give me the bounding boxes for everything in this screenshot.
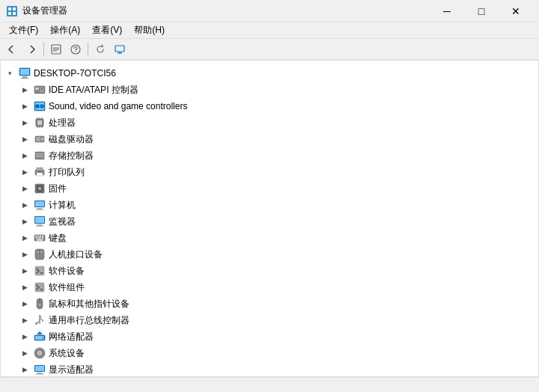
title-text: 设备管理器 [22, 4, 430, 17]
tree-item-usb[interactable]: ▶通用串行总线控制器 [1, 312, 538, 328]
svg-rect-58 [35, 236, 37, 237]
tree-item-hid[interactable]: ▶人机接口设备 [1, 246, 538, 263]
expand-icon-computer: ▶ [19, 199, 31, 211]
help-button[interactable] [67, 41, 85, 58]
svg-rect-59 [37, 236, 39, 237]
svg-rect-96 [36, 374, 43, 375]
svg-point-25 [36, 105, 40, 108]
tree-item-sysdev[interactable]: ▶系统设备 [1, 345, 538, 361]
svg-point-92 [39, 352, 40, 354]
expand-icon-print: ▶ [19, 166, 31, 178]
item-label-softcomp: 软件组件 [49, 281, 85, 294]
tree-item-keyboard[interactable]: ▶键盘 [1, 230, 538, 246]
svg-point-68 [37, 251, 40, 254]
menu-file[interactable]: 文件(F) [3, 22, 44, 38]
toolbar [0, 39, 539, 60]
svg-rect-17 [21, 78, 28, 79]
svg-rect-70 [35, 266, 44, 275]
tree-item-ide[interactable]: ▶IDE ATA/ATAPI 控制器 [1, 82, 538, 98]
item-label-hid: 人机接口设备 [49, 248, 103, 261]
item-label-cpu: 处理器 [49, 117, 76, 129]
svg-rect-60 [40, 236, 41, 237]
item-label-mouse: 鼠标和其他指针设备 [49, 298, 130, 310]
tree-item-softcomp[interactable]: ▶软件组件 [1, 279, 538, 295]
svg-rect-2 [13, 7, 16, 10]
root-label: DESKTOP-7OTCI56 [34, 68, 116, 79]
svg-rect-62 [36, 238, 37, 239]
item-icon-computer [33, 198, 46, 212]
minimize-button[interactable]: ─ [430, 0, 464, 22]
tree-item-network[interactable]: ▶网络适配器 [1, 328, 538, 345]
tree-item-print[interactable]: ▶打印队列 [1, 164, 538, 180]
menu-view[interactable]: 查看(V) [86, 22, 128, 38]
item-icon-ide [33, 83, 46, 97]
svg-rect-19 [35, 88, 39, 90]
item-label-softdev: 软件设备 [49, 265, 85, 278]
svg-rect-95 [37, 373, 42, 374]
tree-item-disk[interactable]: ▶磁盘驱动器 [1, 131, 538, 147]
tree-item-cpu[interactable]: ▶处理器 [1, 114, 538, 131]
close-button[interactable]: ✕ [499, 0, 533, 22]
expand-icon-hid: ▶ [19, 248, 31, 260]
item-icon-print [33, 165, 46, 179]
update-button[interactable] [91, 41, 109, 58]
item-label-disk: 磁盘驱动器 [49, 133, 94, 146]
item-icon-cpu [33, 116, 46, 129]
svg-rect-44 [37, 173, 43, 176]
forward-button[interactable] [22, 41, 40, 58]
svg-point-69 [40, 251, 43, 254]
expand-icon-keyboard: ▶ [19, 232, 31, 244]
tree-item-softdev[interactable]: ▶软件设备 [1, 263, 538, 279]
svg-rect-94 [35, 366, 44, 371]
svg-rect-51 [37, 208, 42, 209]
svg-rect-64 [42, 238, 43, 239]
tree-item-mouse[interactable]: ▶鼠标和其他指针设备 [1, 295, 538, 312]
tree-item-monitor[interactable]: ▶监视器 [1, 213, 538, 230]
expand-icon-network: ▶ [19, 331, 31, 343]
expand-icon-storage: ▶ [19, 150, 31, 162]
properties-button[interactable] [47, 41, 65, 58]
window-controls: ─ □ ✕ [430, 0, 533, 22]
svg-rect-4 [13, 12, 16, 15]
item-icon-display [33, 363, 46, 376]
back-button[interactable] [3, 41, 21, 58]
tree-item-storage[interactable]: ▶存储控制器 [1, 147, 538, 164]
svg-rect-43 [37, 168, 43, 171]
item-icon-usb [33, 313, 46, 327]
expand-icon-cpu: ▶ [19, 117, 31, 129]
svg-rect-15 [20, 69, 29, 75]
maximize-button[interactable]: □ [464, 0, 499, 22]
svg-rect-55 [37, 224, 42, 226]
root-expand-icon: ▾ [4, 67, 16, 79]
expand-icon-monitor: ▶ [19, 215, 31, 227]
monitor-button[interactable] [111, 41, 129, 58]
expand-icon-disk: ▶ [19, 133, 31, 145]
menu-help[interactable]: 帮助(H) [128, 22, 171, 38]
tree-root[interactable]: ▾ DESKTOP-7OTCI56 [1, 65, 538, 82]
expand-icon-sound: ▶ [19, 100, 31, 112]
item-icon-softdev [33, 264, 46, 278]
svg-point-38 [42, 138, 43, 140]
menu-action[interactable]: 操作(A) [44, 22, 86, 38]
svg-rect-89 [43, 338, 44, 339]
tree-item-computer[interactable]: ▶计算机 [1, 197, 538, 213]
title-bar: 设备管理器 ─ □ ✕ [0, 0, 539, 22]
expand-icon-firmware: ▶ [19, 183, 31, 195]
item-label-sysdev: 系统设备 [49, 347, 85, 360]
svg-rect-45 [38, 171, 41, 172]
item-icon-sound [33, 99, 46, 113]
expand-icon-mouse: ▶ [19, 298, 31, 310]
expand-icon-sysdev: ▶ [19, 347, 31, 359]
svg-point-80 [39, 304, 41, 306]
tree-item-sound[interactable]: ▶Sound, video and game controllers [1, 98, 538, 114]
item-icon-sysdev [33, 346, 46, 360]
tree-item-firmware[interactable]: ▶固件 [1, 180, 538, 197]
item-icon-firmware [33, 182, 46, 195]
svg-point-85 [35, 322, 37, 325]
item-label-print: 打印队列 [49, 166, 85, 179]
tree-item-display[interactable]: ▶显示适配器 [1, 361, 538, 377]
svg-rect-54 [35, 217, 44, 223]
svg-rect-56 [36, 226, 43, 227]
device-tree-panel[interactable]: ▾ DESKTOP-7OTCI56 ▶IDE ATA/ATAPI 控制器▶Sou… [0, 60, 539, 377]
root-computer-icon [18, 67, 31, 80]
